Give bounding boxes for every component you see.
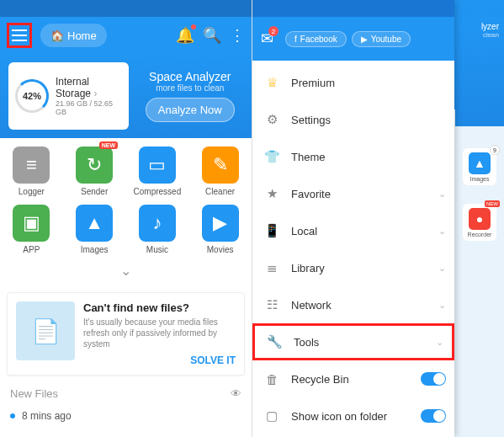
menu-label: Settings xyxy=(291,114,331,126)
chevron-down-icon: ⌄ xyxy=(438,263,446,274)
grid-item-sender[interactable]: ↻NEWSender xyxy=(63,147,126,196)
analyze-button[interactable]: Analyze Now xyxy=(146,98,235,122)
chevron-down-icon: ⌄ xyxy=(438,189,446,200)
search-icon[interactable]: 🔍 xyxy=(203,26,221,45)
file-item[interactable]: 8 mins ago xyxy=(0,407,252,425)
grid-item-images[interactable]: ▲Images xyxy=(63,205,126,254)
youtube-button[interactable]: ▶Youtube xyxy=(352,31,411,47)
menu-item-recycle-bin[interactable]: 🗑Recycle Bin xyxy=(252,360,454,397)
menu-item-local[interactable]: 📱Local⌄ xyxy=(252,212,454,249)
storage-size: 21.96 GB / 52.65 GB xyxy=(56,99,122,116)
menu-icon: ★ xyxy=(264,186,279,201)
menu-icon: ♕ xyxy=(264,75,279,90)
analyzer-sub: more files to clean xyxy=(156,83,224,93)
facebook-button[interactable]: fFacebook xyxy=(285,31,347,47)
home-tab[interactable]: 🏠 Home xyxy=(40,24,107,47)
hamburger-icon[interactable] xyxy=(7,23,32,48)
analyzer-title: Space Analyzer xyxy=(149,70,231,83)
mail-icon[interactable]: ✉2 xyxy=(261,29,273,48)
menu-icon: 🗑 xyxy=(264,372,279,386)
home-icon: 🏠 xyxy=(50,29,64,42)
grid-item-music[interactable]: ♪Music xyxy=(126,205,189,254)
menu-item-settings[interactable]: ⚙Settings xyxy=(252,101,454,138)
menu-label: Local xyxy=(291,225,317,237)
chevron-down-icon: ⌄ xyxy=(438,226,446,237)
analyzer-section: 42% Internal Storage › 21.96 GB / 52.65 … xyxy=(0,54,252,138)
menu-icon: ☷ xyxy=(264,297,279,312)
menu-label: Network xyxy=(291,299,332,312)
menu-label: Show icon on folder xyxy=(291,410,387,423)
peek-recorder[interactable]: NEW ● Recorder xyxy=(463,204,496,241)
peek-images[interactable]: 9 ▲ Images xyxy=(463,148,496,185)
menu-icon: ▢ xyxy=(264,408,279,424)
menu-item-tools[interactable]: 🔧Tools⌄ xyxy=(252,323,454,360)
menu-item-theme[interactable]: 👕Theme xyxy=(252,138,454,175)
menu-icon: 📱 xyxy=(264,223,279,238)
storage-title: Internal Storage › xyxy=(56,76,122,99)
menu-list: ♕Premium⚙Settings👕Theme★Favorite⌄📱Local⌄… xyxy=(252,61,454,434)
solve-it-button[interactable]: SOLVE IT xyxy=(83,354,236,366)
app-grid: ≡Logger↻NEWSender▭Compressed✎Cleaner▣APP… xyxy=(0,138,252,287)
new-files-header: New Files 👁 xyxy=(0,381,252,407)
status-bar xyxy=(252,0,454,17)
grid-item-movies[interactable]: ▶Movies xyxy=(188,205,252,254)
menu-label: Library xyxy=(291,262,325,274)
menu-item-network[interactable]: ☷Network⌄ xyxy=(252,286,454,323)
right-screen: lyzer clean 9 ▲ Images NEW ● Recorder ✉2… xyxy=(252,0,504,437)
nav-drawer: ✉2 fFacebook▶Youtube ♕Premium⚙Settings👕T… xyxy=(252,0,454,437)
toggle-switch[interactable] xyxy=(421,409,446,423)
drawer-header: ✉2 fFacebook▶Youtube xyxy=(252,17,454,61)
expand-chevron[interactable]: ⌄ xyxy=(0,263,252,279)
menu-icon: ⚙ xyxy=(264,112,279,127)
menu-item-library[interactable]: ≣Library⌄ xyxy=(252,249,454,286)
info-card: 📄 Can't find new files? It's usually bec… xyxy=(7,292,245,376)
menu-label: Tools xyxy=(294,336,319,349)
topbar: 🏠 Home 🔔 🔍 ⋮ xyxy=(0,17,252,54)
grid-item-cleaner[interactable]: ✎Cleaner xyxy=(188,147,252,196)
menu-item-show-icon-on-folder[interactable]: ▢Show icon on folder xyxy=(252,397,454,434)
chevron-down-icon: ⌄ xyxy=(436,337,443,348)
card-desc: It's usually because your media files re… xyxy=(83,317,236,349)
menu-item-premium[interactable]: ♕Premium xyxy=(252,64,454,101)
background-peek: lyzer clean 9 ▲ Images NEW ● Recorder xyxy=(455,17,504,437)
card-title: Can't find new files? xyxy=(83,301,236,314)
status-bar xyxy=(0,0,252,17)
storage-card[interactable]: 42% Internal Storage › 21.96 GB / 52.65 … xyxy=(8,62,129,130)
menu-icon: ≣ xyxy=(264,260,279,275)
eye-icon[interactable]: 👁 xyxy=(231,387,241,400)
toggle-switch[interactable] xyxy=(421,372,446,386)
menu-icon: 👕 xyxy=(264,149,279,164)
home-label: Home xyxy=(67,29,97,42)
menu-label: Favorite xyxy=(291,188,331,200)
storage-percent: 42% xyxy=(15,79,49,113)
more-icon[interactable]: ⋮ xyxy=(230,26,245,45)
menu-label: Premium xyxy=(291,77,335,89)
menu-item-favorite[interactable]: ★Favorite⌄ xyxy=(252,175,454,212)
grid-item-compressed[interactable]: ▭Compressed xyxy=(126,147,189,196)
menu-label: Recycle Bin xyxy=(291,373,349,386)
card-illustration: 📄 xyxy=(16,301,75,360)
menu-label: Theme xyxy=(291,151,325,163)
bell-icon[interactable]: 🔔 xyxy=(176,26,194,45)
chevron-down-icon: ⌄ xyxy=(438,300,446,311)
left-screen: 🏠 Home 🔔 🔍 ⋮ 42% Internal Storage › 21.9… xyxy=(0,0,252,437)
grid-item-logger[interactable]: ≡Logger xyxy=(0,147,63,196)
menu-icon: 🔧 xyxy=(267,334,282,349)
grid-item-app[interactable]: ▣APP xyxy=(0,205,63,254)
